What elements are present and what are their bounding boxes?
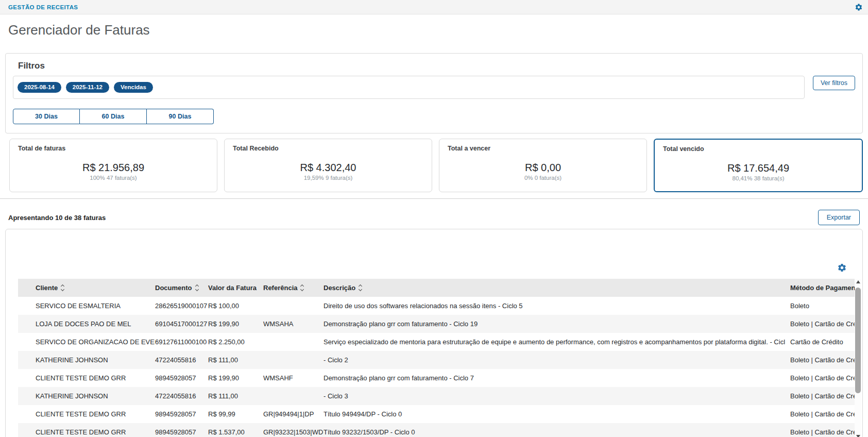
invoices-table: Cliente Documento Valor da Fatura Referê… xyxy=(18,279,856,437)
module-label: GESTÃO DE RECEITAS xyxy=(8,4,78,10)
card-value: R$ 17.654,49 xyxy=(663,162,854,174)
table-row[interactable]: KATHERINE JOHNSON 47224055816 R$ 111,00 … xyxy=(18,351,856,369)
card-total-a-vencer[interactable]: Total a vencer R$ 0,00 0% 0 fatura(s) xyxy=(439,139,647,192)
sort-icon[interactable] xyxy=(359,285,362,291)
cell-documento: 69127611000100 xyxy=(155,333,208,351)
filter-chip-end-date[interactable]: 2025-11-12 xyxy=(66,82,109,93)
cell-referencia: GR|93232|1503|WDP xyxy=(260,423,324,437)
cell-referencia xyxy=(260,333,324,351)
column-label: Descrição xyxy=(324,284,355,292)
table-vertical-scrollbar[interactable] xyxy=(855,279,861,437)
table-toolbar xyxy=(6,229,862,279)
card-value: R$ 4.302,40 xyxy=(233,162,423,173)
cell-valor: R$ 111,00 xyxy=(208,387,260,405)
cell-pagamento: Boleto | Cartão de Crédito xyxy=(785,351,856,369)
cell-documento: 47224055816 xyxy=(155,351,208,369)
filters-panel: Filtros 2025-08-14 2025-11-12 Vencidas V… xyxy=(5,53,863,133)
results-summary-row: Apresentando 10 de 38 faturas Exportar xyxy=(0,199,868,229)
column-label: Método de Pagamento xyxy=(790,284,856,292)
period-button-group: 30 Dias 60 Dias 90 Dias xyxy=(13,109,855,124)
column-header-cliente[interactable]: Cliente xyxy=(18,279,155,297)
view-filters-button[interactable]: Ver filtros xyxy=(813,76,855,90)
filter-chip-status[interactable]: Vencidas xyxy=(114,82,153,93)
card-detail: 80,41% 38 fatura(s) xyxy=(663,175,854,181)
column-header-valor[interactable]: Valor da Fatura xyxy=(208,279,260,297)
cell-cliente: KATHERINE JOHNSON xyxy=(18,387,155,405)
cell-documento: 98945928057 xyxy=(155,369,208,387)
card-label: Total Recebido xyxy=(233,145,423,152)
table-row[interactable]: SERVICO DE ORGANIZACAO DE EVENTOS 691276… xyxy=(18,333,856,351)
card-label: Total a vencer xyxy=(448,145,638,152)
column-header-referencia[interactable]: Referência xyxy=(260,279,324,297)
card-total-faturas[interactable]: Total de faturas R$ 21.956,89 100% 47 fa… xyxy=(9,139,217,192)
column-header-metodo-pagamento[interactable]: Método de Pagamento xyxy=(785,279,856,297)
card-total-vencido[interactable]: Total vencido R$ 17.654,49 80,41% 38 fat… xyxy=(654,139,863,192)
cell-cliente: CLIENTE TESTE DEMO GRR xyxy=(18,423,155,437)
table-row[interactable]: CLIENTE TESTE DEMO GRR 98945928057 R$ 1.… xyxy=(18,423,856,437)
settings-gear-icon[interactable] xyxy=(855,3,863,11)
card-value: R$ 21.956,89 xyxy=(18,162,209,173)
export-button[interactable]: Exportar xyxy=(818,210,860,225)
results-count-text: Apresentando 10 de 38 faturas xyxy=(8,214,106,222)
cell-documento: 47224055816 xyxy=(155,387,208,405)
column-header-descricao[interactable]: Descrição xyxy=(324,279,785,297)
cell-descricao: - Ciclo 3 xyxy=(324,387,785,405)
cell-cliente: CLIENTE TESTE DEMO GRR xyxy=(18,405,155,423)
card-detail: 0% 0 fatura(s) xyxy=(448,175,638,181)
column-label: Referência xyxy=(263,284,297,292)
cell-referencia xyxy=(260,351,324,369)
cell-valor: R$ 100,00 xyxy=(208,297,260,315)
table-row[interactable]: CLIENTE TESTE DEMO GRR 98945928057 R$ 99… xyxy=(18,405,856,423)
page-title: Gerenciador de Faturas xyxy=(8,22,868,38)
sort-icon[interactable] xyxy=(61,285,64,291)
card-detail: 100% 47 fatura(s) xyxy=(18,175,209,181)
table-row[interactable]: LOJA DE DOCES PAO DE MEL 69104517000127 … xyxy=(18,315,856,333)
cell-documento: 98945928057 xyxy=(155,405,208,423)
cell-cliente: SERVICO DE ORGANIZACAO DE EVENTOS xyxy=(18,333,155,351)
filter-chip-start-date[interactable]: 2025-08-14 xyxy=(18,82,61,93)
table-row[interactable]: CLIENTE TESTE DEMO GRR 98945928057 R$ 19… xyxy=(18,369,856,387)
scrollbar-track[interactable] xyxy=(855,285,861,433)
cell-pagamento: Boleto | Cartão de Crédito xyxy=(785,423,856,437)
cell-valor: R$ 199,90 xyxy=(208,369,260,387)
period-30-days-button[interactable]: 30 Dias xyxy=(13,109,80,124)
cell-referencia: WMSAHA xyxy=(260,315,324,333)
cell-pagamento: Cartão de Crédito xyxy=(785,333,856,351)
cell-referencia xyxy=(260,297,324,315)
cell-descricao: Demonstração plano grr com faturamento -… xyxy=(324,315,785,333)
column-label: Valor da Fatura xyxy=(208,284,257,292)
cell-valor: R$ 199,90 xyxy=(208,315,260,333)
filters-heading: Filtros xyxy=(18,61,855,71)
scrollbar-thumb[interactable] xyxy=(855,288,861,393)
scrollbar-up-arrow[interactable] xyxy=(855,279,861,285)
summary-cards-row: Total de faturas R$ 21.956,89 100% 47 fa… xyxy=(9,139,863,192)
cell-documento: 69104517000127 xyxy=(155,315,208,333)
cell-pagamento: Boleto xyxy=(785,297,856,315)
active-filters-box[interactable]: 2025-08-14 2025-11-12 Vencidas xyxy=(13,76,805,99)
card-label: Total vencido xyxy=(663,145,854,153)
table-row[interactable]: KATHERINE JOHNSON 47224055816 R$ 111,00 … xyxy=(18,387,856,405)
table-settings-gear-icon[interactable] xyxy=(837,263,847,273)
cell-pagamento: Boleto | Cartão de Crédito xyxy=(785,369,856,387)
period-60-days-button[interactable]: 60 Dias xyxy=(80,109,147,124)
cell-pagamento: Boleto | Cartão de Crédito xyxy=(785,405,856,423)
period-90-days-button[interactable]: 90 Dias xyxy=(147,109,214,124)
filters-row: 2025-08-14 2025-11-12 Vencidas Ver filtr… xyxy=(13,76,855,99)
cell-descricao: Serviço especializado de mentoria para e… xyxy=(324,333,785,351)
scrollbar-down-arrow[interactable] xyxy=(855,433,861,437)
column-label: Documento xyxy=(155,284,192,292)
cell-valor: R$ 1.537,00 xyxy=(208,423,260,437)
invoices-table-panel: Cliente Documento Valor da Fatura Referê… xyxy=(5,229,863,437)
sort-icon[interactable] xyxy=(301,285,303,291)
top-bar: GESTÃO DE RECEITAS xyxy=(0,0,868,14)
card-total-recebido[interactable]: Total Recebido R$ 4.302,40 19,59% 9 fatu… xyxy=(224,139,432,192)
cell-descricao: Direito de uso dos softwares relacionado… xyxy=(324,297,785,315)
table-row[interactable]: SERVICO DE ESMALTERIA 28626519000107 R$ … xyxy=(18,297,856,315)
card-detail: 19,59% 9 fatura(s) xyxy=(233,175,423,181)
column-header-documento[interactable]: Documento xyxy=(155,279,208,297)
column-label: Cliente xyxy=(36,284,58,292)
cell-valor: R$ 99,99 xyxy=(208,405,260,423)
cell-pagamento: Boleto | Cartão de Crédito xyxy=(785,315,856,333)
cell-descricao: - Ciclo 2 xyxy=(324,351,785,369)
sort-icon[interactable] xyxy=(196,285,198,291)
